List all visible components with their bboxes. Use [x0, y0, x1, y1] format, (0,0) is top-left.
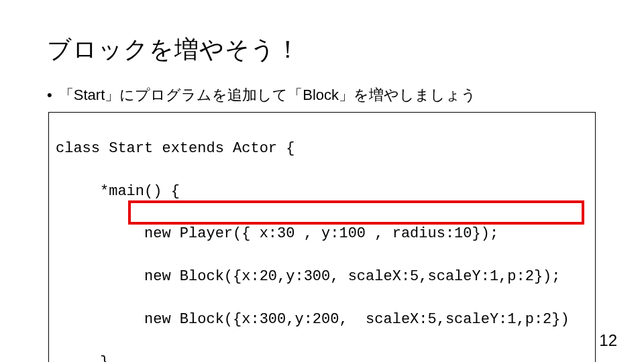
- bullet-1: • 「Start」にプログラムを追加して「Block」を増やしましょう: [47, 85, 597, 105]
- bullet-1-text: 「Start」にプログラムを追加して「Block」を増やしましょう: [59, 86, 476, 103]
- code-line-4: new Block({x:20,y:300, scaleX:5,scaleY:1…: [56, 266, 588, 288]
- code-line-1: class Start extends Actor {: [56, 138, 588, 160]
- bullet-dot-icon: •: [47, 86, 52, 104]
- code-box: class Start extends Actor { *main() { ne…: [48, 112, 596, 362]
- slide: ブロックを増やそう！ • 「Start」にプログラムを追加して「Block」を増…: [0, 0, 644, 362]
- code-line-2: *main() {: [56, 181, 588, 202]
- code-line-5: new Block({x:300,y:200, scaleX:5,scaleY:…: [56, 309, 588, 330]
- highlight-rectangle: [128, 200, 584, 225]
- page-number: 12: [599, 331, 617, 350]
- slide-title: ブロックを増やそう！: [47, 34, 597, 66]
- code-line-6: }: [56, 352, 588, 362]
- code-line-3: new Player({ x:30 , y:100 , radius:10});: [56, 223, 588, 245]
